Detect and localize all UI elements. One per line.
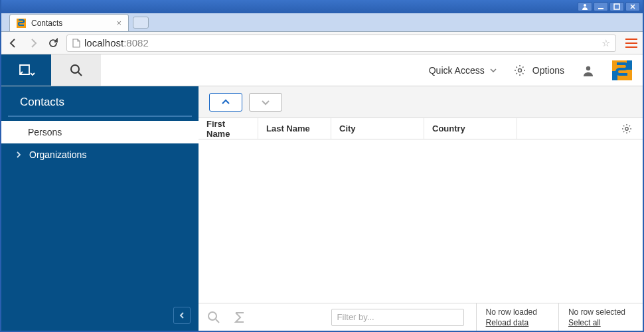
table-header: First Name Last Name City Country: [199, 118, 643, 139]
url-text: localhost:8082: [84, 37, 149, 48]
content-toolbar: [199, 86, 643, 118]
reload-button[interactable]: [46, 37, 60, 50]
row-select-status: No row selected: [568, 307, 625, 317]
options-button[interactable]: Options: [514, 64, 564, 76]
forward-button[interactable]: [27, 37, 40, 50]
sidebar-collapse-button[interactable]: [173, 307, 191, 324]
select-all-link[interactable]: Select all: [568, 318, 625, 327]
load-status-group: No row loaded Reload data: [476, 303, 546, 331]
chevron-down-icon: [490, 68, 497, 72]
column-city[interactable]: City: [331, 118, 424, 139]
sidebar: Contacts Persons Organizations: [1, 86, 199, 331]
collapse-up-button[interactable]: [209, 93, 242, 112]
svg-point-5: [518, 68, 521, 72]
column-country[interactable]: Country: [424, 118, 517, 139]
sigma-icon[interactable]: [233, 311, 246, 324]
svg-point-11: [208, 312, 216, 320]
browser-tab-title: Contacts: [31, 19, 62, 28]
column-first-name[interactable]: First Name: [199, 118, 258, 139]
footer-search-icon[interactable]: [206, 310, 221, 325]
svg-point-4: [71, 65, 79, 73]
user-account-button[interactable]: [578, 2, 592, 11]
filter-input[interactable]: [331, 309, 464, 326]
table-body-empty: [199, 139, 643, 303]
tab-close-icon[interactable]: ×: [116, 18, 121, 28]
sidebar-title: Contacts: [8, 86, 192, 117]
page-icon: [72, 39, 80, 48]
new-tab-button[interactable]: [133, 17, 149, 29]
select-status-group: No row selected Select all: [558, 303, 635, 331]
svg-point-0: [584, 4, 586, 7]
app-root: Quick Access Options: [1, 54, 643, 331]
chevron-right-icon: [16, 151, 23, 158]
user-icon[interactable]: [582, 64, 595, 77]
sidebar-item-persons[interactable]: Persons: [1, 121, 199, 143]
url-input[interactable]: localhost:8082 ☆: [66, 35, 616, 52]
sidebar-item-label: Organizations: [29, 149, 86, 160]
column-last-name[interactable]: Last Name: [258, 118, 331, 139]
outline-view-button[interactable]: [1, 54, 51, 86]
minimize-button[interactable]: [594, 2, 608, 11]
window-frame: Contacts × localhost:8082 ☆: [0, 0, 644, 332]
content-pane: First Name Last Name City Country: [199, 86, 643, 331]
bookmark-star-icon[interactable]: ☆: [602, 37, 610, 49]
favicon-icon: [17, 19, 26, 28]
brand-logo-icon: [612, 60, 632, 80]
toolbar-right-group: Quick Access Options: [101, 54, 643, 86]
sidebar-item-organizations[interactable]: Organizations: [1, 143, 199, 166]
quick-access-dropdown[interactable]: Quick Access: [429, 65, 497, 76]
svg-point-6: [586, 66, 590, 70]
expand-down-button[interactable]: [249, 93, 282, 112]
browser-tab[interactable]: Contacts ×: [9, 14, 129, 31]
search-view-button[interactable]: [51, 54, 101, 86]
browser-address-bar: localhost:8082 ☆: [1, 32, 643, 54]
maximize-button[interactable]: [609, 2, 624, 11]
svg-rect-1: [598, 8, 604, 9]
back-button[interactable]: [7, 37, 20, 50]
main-split: Contacts Persons Organizations: [1, 86, 643, 331]
browser-menu-button[interactable]: [625, 39, 637, 48]
content-footer: No row loaded Reload data No row selecte…: [199, 303, 643, 331]
reload-data-link[interactable]: Reload data: [486, 318, 537, 327]
row-load-status: No row loaded: [486, 307, 537, 317]
sidebar-item-label: Persons: [28, 127, 62, 137]
quick-access-label: Quick Access: [429, 65, 485, 76]
app-top-toolbar: Quick Access Options: [1, 54, 643, 86]
os-titlebar: [1, 0, 643, 13]
table-settings-button[interactable]: [613, 118, 643, 139]
browser-tabstrip: Contacts ×: [1, 13, 643, 32]
gear-icon: [514, 64, 526, 76]
close-window-button[interactable]: [625, 2, 640, 11]
svg-point-10: [625, 127, 628, 129]
svg-rect-2: [614, 4, 619, 9]
options-label: Options: [532, 65, 564, 76]
